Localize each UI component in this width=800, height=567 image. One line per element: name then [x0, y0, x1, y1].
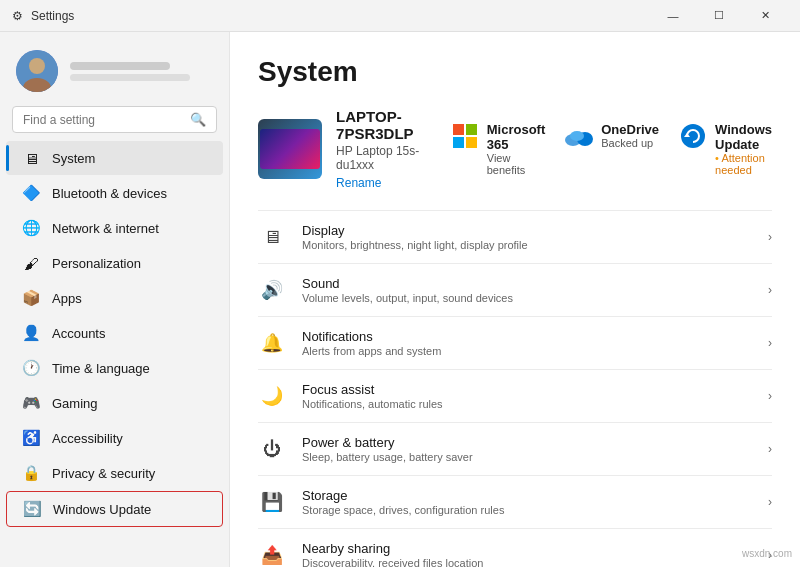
apps-label: Apps	[52, 291, 82, 306]
power-battery-chevron: ›	[768, 442, 772, 456]
setting-left-focus-assist: 🌙 Focus assist Notifications, automatic …	[258, 382, 443, 410]
titlebar-left: ⚙ Settings	[12, 9, 74, 23]
onedrive-text: OneDrive Backed up	[601, 122, 659, 149]
setting-item-notifications[interactable]: 🔔 Notifications Alerts from apps and sys…	[258, 317, 772, 369]
device-card: LAPTOP-7PSR3DLP HP Laptop 15s-du1xxx Ren…	[258, 108, 772, 190]
close-button[interactable]: ✕	[742, 0, 788, 32]
sidebar-item-gaming[interactable]: 🎮Gaming	[6, 386, 223, 420]
sidebar-item-system[interactable]: 🖥System	[6, 141, 223, 175]
microsoft365-label: Microsoft 365	[487, 122, 546, 152]
sidebar-item-apps[interactable]: 📦Apps	[6, 281, 223, 315]
sidebar-item-windows-update[interactable]: 🔄Windows Update	[6, 491, 223, 527]
display-icon: 🖥	[258, 223, 286, 251]
setting-left-notifications: 🔔 Notifications Alerts from apps and sys…	[258, 329, 441, 357]
sidebar-item-personalization[interactable]: 🖌Personalization	[6, 246, 223, 280]
personalization-label: Personalization	[52, 256, 141, 271]
watermark: wsxdn.com	[742, 548, 792, 559]
microsoft365-text: Microsoft 365 View benefits	[487, 122, 546, 176]
setting-item-power-battery[interactable]: ⏻ Power & battery Sleep, battery usage, …	[258, 423, 772, 475]
sidebar-item-network[interactable]: 🌐Network & internet	[6, 211, 223, 245]
setting-item-storage[interactable]: 💾 Storage Storage space, drives, configu…	[258, 476, 772, 528]
device-left: LAPTOP-7PSR3DLP HP Laptop 15s-du1xxx Ren…	[258, 108, 451, 190]
storage-title: Storage	[302, 488, 504, 503]
svg-point-9	[570, 131, 584, 141]
storage-desc: Storage space, drives, configuration rul…	[302, 504, 504, 516]
titlebar-controls: — ☐ ✕	[650, 0, 788, 32]
time-label: Time & language	[52, 361, 150, 376]
user-name	[70, 62, 170, 70]
maximize-button[interactable]: ☐	[696, 0, 742, 32]
search-input[interactable]	[23, 113, 182, 127]
sidebar-item-accessibility[interactable]: ♿Accessibility	[6, 421, 223, 455]
sidebar-item-time[interactable]: 🕐Time & language	[6, 351, 223, 385]
onedrive-icon	[565, 122, 593, 150]
sound-chevron: ›	[768, 283, 772, 297]
device-name: LAPTOP-7PSR3DLP	[336, 108, 451, 142]
system-label: System	[52, 151, 95, 166]
nearby-sharing-title: Nearby sharing	[302, 541, 483, 556]
setting-item-display[interactable]: 🖥 Display Monitors, brightness, night li…	[258, 211, 772, 263]
notifications-icon: 🔔	[258, 329, 286, 357]
window-icon: ⚙	[12, 9, 23, 23]
storage-icon: 💾	[258, 488, 286, 516]
svg-rect-4	[466, 124, 477, 135]
windows-update-icon	[679, 122, 707, 150]
rename-link[interactable]: Rename	[336, 176, 381, 190]
device-info: LAPTOP-7PSR3DLP HP Laptop 15s-du1xxx Ren…	[336, 108, 451, 190]
personalization-icon: 🖌	[22, 254, 40, 272]
sound-icon: 🔊	[258, 276, 286, 304]
user-info	[70, 62, 213, 81]
display-text: Display Monitors, brightness, night ligh…	[302, 223, 528, 251]
accounts-icon: 👤	[22, 324, 40, 342]
user-email	[70, 74, 190, 81]
setting-item-focus-assist[interactable]: 🌙 Focus assist Notifications, automatic …	[258, 370, 772, 422]
nearby-sharing-desc: Discoverability, received files location	[302, 557, 483, 567]
device-right: Microsoft 365 View benefits OneDri	[451, 122, 772, 176]
setting-item-nearby-sharing[interactable]: 📤 Nearby sharing Discoverability, receiv…	[258, 529, 772, 567]
storage-text: Storage Storage space, drives, configura…	[302, 488, 504, 516]
notifications-desc: Alerts from apps and system	[302, 345, 441, 357]
storage-chevron: ›	[768, 495, 772, 509]
search-icon: 🔍	[190, 112, 206, 127]
setting-left-display: 🖥 Display Monitors, brightness, night li…	[258, 223, 528, 251]
power-battery-text: Power & battery Sleep, battery usage, ba…	[302, 435, 473, 463]
notifications-chevron: ›	[768, 336, 772, 350]
sidebar-item-accounts[interactable]: 👤Accounts	[6, 316, 223, 350]
accessibility-icon: ♿	[22, 429, 40, 447]
settings-list: 🖥 Display Monitors, brightness, night li…	[258, 211, 772, 567]
search-box[interactable]: 🔍	[12, 106, 217, 133]
power-battery-desc: Sleep, battery usage, battery saver	[302, 451, 473, 463]
windows-update-status: Attention needed	[715, 152, 772, 176]
minimize-button[interactable]: —	[650, 0, 696, 32]
avatar	[16, 50, 58, 92]
windows-update-text: Windows Update Attention needed	[715, 122, 772, 176]
focus-assist-chevron: ›	[768, 389, 772, 403]
sidebar-item-bluetooth[interactable]: 🔷Bluetooth & devices	[6, 176, 223, 210]
user-profile[interactable]	[0, 40, 229, 106]
onedrive-label: OneDrive	[601, 122, 659, 137]
accounts-label: Accounts	[52, 326, 105, 341]
setting-item-sound[interactable]: 🔊 Sound Volume levels, output, input, so…	[258, 264, 772, 316]
onedrive-sublabel: Backed up	[601, 137, 659, 149]
device-image	[258, 119, 322, 179]
nearby-sharing-icon: 📤	[258, 541, 286, 567]
focus-assist-text: Focus assist Notifications, automatic ru…	[302, 382, 443, 410]
device-screen	[260, 129, 320, 169]
windows-update-card[interactable]: Windows Update Attention needed	[679, 122, 772, 176]
power-battery-icon: ⏻	[258, 435, 286, 463]
svg-rect-6	[466, 137, 477, 148]
window-title: Settings	[31, 9, 74, 23]
focus-assist-desc: Notifications, automatic rules	[302, 398, 443, 410]
display-title: Display	[302, 223, 528, 238]
network-icon: 🌐	[22, 219, 40, 237]
onedrive-card[interactable]: OneDrive Backed up	[565, 122, 659, 176]
microsoft365-card[interactable]: Microsoft 365 View benefits	[451, 122, 546, 176]
bluetooth-label: Bluetooth & devices	[52, 186, 167, 201]
focus-assist-icon: 🌙	[258, 382, 286, 410]
setting-left-storage: 💾 Storage Storage space, drives, configu…	[258, 488, 504, 516]
windows-update-icon: 🔄	[23, 500, 41, 518]
privacy-icon: 🔒	[22, 464, 40, 482]
accessibility-label: Accessibility	[52, 431, 123, 446]
power-battery-title: Power & battery	[302, 435, 473, 450]
sidebar-item-privacy[interactable]: 🔒Privacy & security	[6, 456, 223, 490]
